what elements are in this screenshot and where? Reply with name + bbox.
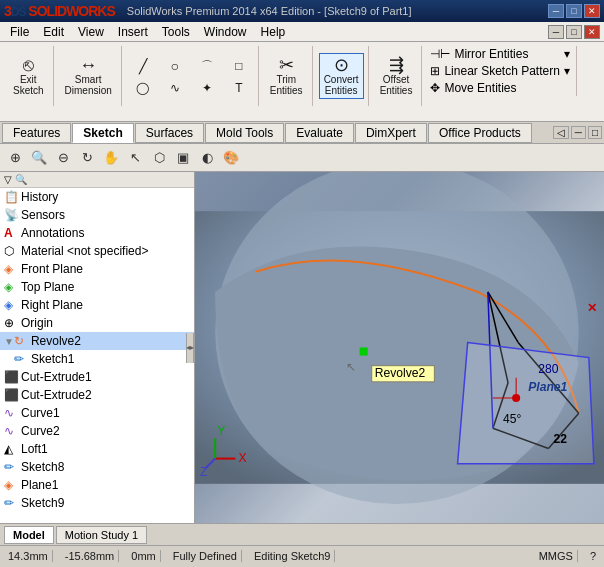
move-entities-button[interactable]: ✥ Move Entities (428, 80, 571, 96)
loft1-icon: ◭ (4, 442, 18, 456)
feature-tree: ▽ 🔍 📋 History 📡 Sensors A Annotations ⬡ … (0, 172, 195, 523)
bottom-tab-model[interactable]: Model (4, 526, 54, 544)
app-min-button[interactable]: ─ (548, 25, 564, 39)
annotations-label: Annotations (21, 226, 84, 240)
spline-button[interactable]: ∿ (160, 79, 190, 97)
tree-item-curve2[interactable]: ∿ Curve2 (0, 422, 194, 440)
sketch1-icon: ✏ (14, 352, 28, 366)
offset-entities-button[interactable]: ⇶ Offset Entities (375, 53, 418, 99)
pan-button[interactable]: ✋ (100, 148, 122, 168)
solidworks-logo: 3DS SOLIDWORKS (4, 3, 115, 19)
svg-marker-9 (458, 342, 594, 463)
menu-edit[interactable]: Edit (37, 24, 70, 40)
tab-surfaces[interactable]: Surfaces (135, 123, 204, 143)
tree-item-loft1[interactable]: ◭ Loft1 (0, 440, 194, 458)
tab-evaluate[interactable]: Evaluate (285, 123, 354, 143)
menu-view[interactable]: View (72, 24, 110, 40)
tree-item-annotations[interactable]: A Annotations (0, 224, 194, 242)
circle-button[interactable]: ○ (160, 56, 190, 77)
svg-text:Z: Z (200, 465, 208, 479)
menu-insert[interactable]: Insert (112, 24, 154, 40)
menu-help[interactable]: Help (255, 24, 292, 40)
text-button[interactable]: T (224, 79, 254, 97)
maximize-button[interactable]: □ (566, 4, 582, 18)
status-help[interactable]: ? (586, 550, 600, 562)
point-button[interactable]: ✦ (192, 79, 222, 97)
zoom-in-button[interactable]: 🔍 (28, 148, 50, 168)
tree-item-origin[interactable]: ⊕ Origin (0, 314, 194, 332)
tree-item-sketch1[interactable]: ✏ Sketch1 (0, 350, 194, 368)
curve2-icon: ∿ (4, 424, 18, 438)
tree-item-cut-extrude2[interactable]: ⬛ Cut-Extrude2 (0, 386, 194, 404)
tree-item-material[interactable]: ⬡ Material <not specified> (0, 242, 194, 260)
trim-entities-button[interactable]: ✂ Trim Entities (265, 53, 308, 99)
panel-max-button[interactable]: □ (588, 126, 602, 139)
loft1-label: Loft1 (21, 442, 48, 456)
mirror-entities-button[interactable]: ⊣⊢ Mirror Entities ▾ (428, 46, 571, 62)
tree-item-sketch9[interactable]: ✏ Sketch9 (0, 494, 194, 512)
tree-item-sketch8[interactable]: ✏ Sketch8 (0, 458, 194, 476)
tree-item-curve1[interactable]: ∿ Curve1 (0, 404, 194, 422)
ellipse-button[interactable]: ◯ (128, 79, 158, 97)
rotate-button[interactable]: ↻ (76, 148, 98, 168)
origin-icon: ⊕ (4, 316, 18, 330)
tree-item-top-plane[interactable]: ◈ Top Plane (0, 278, 194, 296)
line-button[interactable]: ╱ (128, 56, 158, 77)
tree-item-front-plane[interactable]: ◈ Front Plane (0, 260, 194, 278)
linear-dropdown-icon[interactable]: ▾ (564, 64, 570, 78)
bottom-tab-motion-study[interactable]: Motion Study 1 (56, 526, 147, 544)
svg-text:Plane1: Plane1 (528, 380, 567, 394)
trim-entities-label: Trim Entities (270, 74, 303, 96)
linear-sketch-pattern-button[interactable]: ⊞ Linear Sketch Pattern ▾ (428, 63, 571, 79)
toolbar-group-draw: ╱ ○ ⌒ □ ◯ ∿ ✦ T (124, 46, 259, 106)
tree-item-cut-extrude1[interactable]: ⬛ Cut-Extrude1 (0, 368, 194, 386)
minimize-button[interactable]: ─ (548, 4, 564, 18)
tab-features[interactable]: Features (2, 123, 71, 143)
tree-item-plane1[interactable]: ◈ Plane1 (0, 476, 194, 494)
draw-tools-row1: ╱ ○ ⌒ □ (128, 56, 254, 77)
rect-button[interactable]: □ (224, 56, 254, 77)
exit-sketch-button[interactable]: ⎋ Exit Sketch (8, 53, 49, 99)
tree-item-revolve2[interactable]: ▼ ↻ Revolve2 (0, 332, 194, 350)
status-fully-defined: Fully Defined (169, 550, 242, 562)
zoom-fit-button[interactable]: ⊕ (4, 148, 26, 168)
select-button[interactable]: ↖ (124, 148, 146, 168)
svg-text:22: 22 (554, 432, 568, 446)
menu-window[interactable]: Window (198, 24, 253, 40)
menu-tools[interactable]: Tools (156, 24, 196, 40)
view-orient-button[interactable]: ⬡ (148, 148, 170, 168)
panel-min-button[interactable]: ─ (571, 126, 586, 139)
appearance-button[interactable]: 🎨 (220, 148, 242, 168)
section-button[interactable]: ▣ (172, 148, 194, 168)
status-editing: Editing Sketch9 (250, 550, 335, 562)
move-entities-label: Move Entities (444, 81, 516, 95)
status-units[interactable]: MMGS (535, 550, 578, 562)
app-max-button[interactable]: □ (566, 25, 582, 39)
exit-sketch-icon: ⎋ (23, 56, 34, 74)
sensors-label: Sensors (21, 208, 65, 222)
viewport-canvas: 280 45° 22 Plane1 ↖ Revolve2 X (195, 172, 604, 523)
tab-dimxpert[interactable]: DimXpert (355, 123, 427, 143)
viewport[interactable]: 280 45° 22 Plane1 ↖ Revolve2 X (195, 172, 604, 523)
toolbar-area: ⎋ Exit Sketch ↔ Smart Dimension ╱ ○ ⌒ □ … (0, 42, 604, 122)
smart-dimension-icon: ↔ (79, 56, 97, 74)
tab-mold-tools[interactable]: Mold Tools (205, 123, 284, 143)
zoom-out-button[interactable]: ⊖ (52, 148, 74, 168)
convert-entities-button[interactable]: ⊙ Convert Entities (319, 53, 364, 99)
tree-item-history[interactable]: 📋 History (0, 188, 194, 206)
tree-item-sensors[interactable]: 📡 Sensors (0, 206, 194, 224)
display-button[interactable]: ◐ (196, 148, 218, 168)
smart-dimension-button[interactable]: ↔ Smart Dimension (60, 53, 117, 99)
arc-button[interactable]: ⌒ (192, 56, 222, 77)
tab-sketch[interactable]: Sketch (72, 123, 133, 143)
panel-toggle-button[interactable]: ◁ (553, 126, 569, 139)
app-close-button[interactable]: ✕ (584, 25, 600, 39)
mirror-dropdown-icon[interactable]: ▾ (564, 47, 570, 61)
sketch8-label: Sketch8 (21, 460, 64, 474)
tree-resize-handle[interactable]: ◂▸ (186, 333, 194, 363)
tree-item-right-plane[interactable]: ◈ Right Plane (0, 296, 194, 314)
tab-office-products[interactable]: Office Products (428, 123, 532, 143)
menu-file[interactable]: File (4, 24, 35, 40)
linear-pattern-icon: ⊞ (430, 64, 440, 78)
close-button[interactable]: ✕ (584, 4, 600, 18)
